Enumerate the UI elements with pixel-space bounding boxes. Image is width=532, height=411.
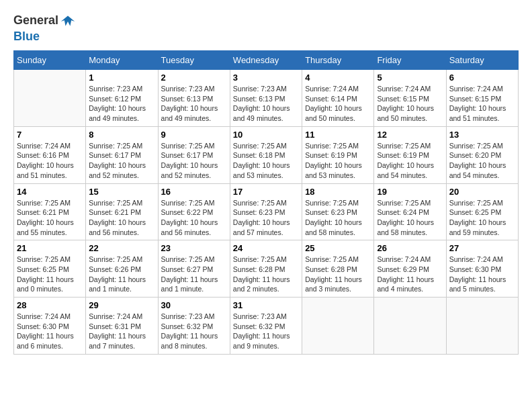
calendar-cell: 21Sunrise: 7:25 AM Sunset: 6:25 PM Dayli… xyxy=(14,240,86,298)
day-number: 15 xyxy=(89,187,154,197)
calendar-cell: 5Sunrise: 7:24 AM Sunset: 6:15 PM Daylig… xyxy=(374,70,446,127)
day-number: 1 xyxy=(89,73,154,83)
day-number: 26 xyxy=(377,243,443,253)
svg-marker-0 xyxy=(61,15,75,26)
calendar-cell: 23Sunrise: 7:25 AM Sunset: 6:27 PM Dayli… xyxy=(158,240,230,298)
calendar-cell: 22Sunrise: 7:25 AM Sunset: 6:26 PM Dayli… xyxy=(86,240,158,298)
calendar-week-row: 28Sunrise: 7:24 AM Sunset: 6:30 PM Dayli… xyxy=(14,298,519,355)
calendar-cell: 18Sunrise: 7:25 AM Sunset: 6:23 PM Dayli… xyxy=(302,183,374,240)
day-number: 22 xyxy=(89,243,154,253)
calendar-cell: 27Sunrise: 7:24 AM Sunset: 6:30 PM Dayli… xyxy=(446,240,518,298)
day-number: 20 xyxy=(449,187,515,197)
day-info: Sunrise: 7:25 AM Sunset: 6:22 PM Dayligh… xyxy=(161,198,227,238)
day-info: Sunrise: 7:24 AM Sunset: 6:31 PM Dayligh… xyxy=(89,312,154,351)
calendar-cell xyxy=(14,70,86,127)
calendar-cell: 2Sunrise: 7:23 AM Sunset: 6:13 PM Daylig… xyxy=(158,70,230,127)
day-info: Sunrise: 7:24 AM Sunset: 6:16 PM Dayligh… xyxy=(17,141,83,181)
day-info: Sunrise: 7:23 AM Sunset: 6:32 PM Dayligh… xyxy=(161,312,227,351)
calendar-cell: 17Sunrise: 7:25 AM Sunset: 6:23 PM Dayli… xyxy=(230,183,302,240)
day-info: Sunrise: 7:25 AM Sunset: 6:26 PM Dayligh… xyxy=(89,255,154,294)
calendar-cell: 8Sunrise: 7:25 AM Sunset: 6:17 PM Daylig… xyxy=(86,126,158,183)
day-number: 30 xyxy=(161,300,227,310)
calendar-cell: 1Sunrise: 7:23 AM Sunset: 6:12 PM Daylig… xyxy=(86,70,158,127)
calendar-cell: 13Sunrise: 7:25 AM Sunset: 6:20 PM Dayli… xyxy=(446,126,518,183)
day-info: Sunrise: 7:25 AM Sunset: 6:21 PM Dayligh… xyxy=(89,198,154,238)
calendar-week-row: 21Sunrise: 7:25 AM Sunset: 6:25 PM Dayli… xyxy=(14,240,519,298)
calendar-week-row: 1Sunrise: 7:23 AM Sunset: 6:12 PM Daylig… xyxy=(14,70,519,127)
calendar-cell: 26Sunrise: 7:24 AM Sunset: 6:29 PM Dayli… xyxy=(374,240,446,298)
day-number: 18 xyxy=(305,187,371,197)
day-info: Sunrise: 7:24 AM Sunset: 6:30 PM Dayligh… xyxy=(17,312,83,351)
day-number: 31 xyxy=(233,300,299,310)
calendar-week-row: 14Sunrise: 7:25 AM Sunset: 6:21 PM Dayli… xyxy=(14,183,519,240)
calendar-week-row: 7Sunrise: 7:24 AM Sunset: 6:16 PM Daylig… xyxy=(14,126,519,183)
day-number: 9 xyxy=(161,130,227,140)
day-number: 2 xyxy=(161,73,227,83)
weekday-header: Saturday xyxy=(446,51,518,70)
day-number: 3 xyxy=(233,73,299,83)
calendar-cell: 3Sunrise: 7:23 AM Sunset: 6:13 PM Daylig… xyxy=(230,70,302,127)
day-number: 14 xyxy=(17,187,83,197)
calendar-cell: 11Sunrise: 7:25 AM Sunset: 6:19 PM Dayli… xyxy=(302,126,374,183)
calendar-cell: 4Sunrise: 7:24 AM Sunset: 6:14 PM Daylig… xyxy=(302,70,374,127)
day-info: Sunrise: 7:25 AM Sunset: 6:20 PM Dayligh… xyxy=(449,141,515,181)
day-info: Sunrise: 7:25 AM Sunset: 6:21 PM Dayligh… xyxy=(17,198,83,238)
weekday-header: Thursday xyxy=(302,51,374,70)
day-number: 11 xyxy=(305,130,371,140)
weekday-header: Sunday xyxy=(14,51,86,70)
day-number: 29 xyxy=(89,300,154,310)
weekday-header: Tuesday xyxy=(158,51,230,70)
logo-bird-icon xyxy=(60,13,76,30)
calendar-cell: 28Sunrise: 7:24 AM Sunset: 6:30 PM Dayli… xyxy=(14,298,86,355)
calendar-table: SundayMondayTuesdayWednesdayThursdayFrid… xyxy=(13,50,519,355)
calendar-cell: 30Sunrise: 7:23 AM Sunset: 6:32 PM Dayli… xyxy=(158,298,230,355)
day-number: 21 xyxy=(17,243,83,253)
day-info: Sunrise: 7:24 AM Sunset: 6:30 PM Dayligh… xyxy=(449,255,515,294)
day-info: Sunrise: 7:24 AM Sunset: 6:15 PM Dayligh… xyxy=(377,84,443,124)
day-info: Sunrise: 7:25 AM Sunset: 6:19 PM Dayligh… xyxy=(305,141,371,181)
logo-text: General Blue xyxy=(13,13,77,44)
weekday-header: Wednesday xyxy=(230,51,302,70)
weekday-header: Monday xyxy=(86,51,158,70)
day-info: Sunrise: 7:25 AM Sunset: 6:18 PM Dayligh… xyxy=(233,141,299,181)
calendar-cell xyxy=(374,298,446,355)
calendar-cell: 31Sunrise: 7:23 AM Sunset: 6:32 PM Dayli… xyxy=(230,298,302,355)
calendar-cell: 19Sunrise: 7:25 AM Sunset: 6:24 PM Dayli… xyxy=(374,183,446,240)
calendar-cell: 14Sunrise: 7:25 AM Sunset: 6:21 PM Dayli… xyxy=(14,183,86,240)
day-number: 7 xyxy=(17,130,83,140)
day-info: Sunrise: 7:24 AM Sunset: 6:15 PM Dayligh… xyxy=(449,84,515,124)
day-info: Sunrise: 7:23 AM Sunset: 6:13 PM Dayligh… xyxy=(161,84,227,124)
day-number: 24 xyxy=(233,243,299,253)
day-info: Sunrise: 7:23 AM Sunset: 6:12 PM Dayligh… xyxy=(89,84,154,124)
calendar-cell: 25Sunrise: 7:25 AM Sunset: 6:28 PM Dayli… xyxy=(302,240,374,298)
logo: General Blue xyxy=(13,13,77,44)
day-number: 19 xyxy=(377,187,443,197)
day-info: Sunrise: 7:25 AM Sunset: 6:24 PM Dayligh… xyxy=(377,198,443,238)
calendar-cell: 12Sunrise: 7:25 AM Sunset: 6:19 PM Dayli… xyxy=(374,126,446,183)
day-info: Sunrise: 7:25 AM Sunset: 6:23 PM Dayligh… xyxy=(233,198,299,238)
day-info: Sunrise: 7:25 AM Sunset: 6:23 PM Dayligh… xyxy=(305,198,371,238)
day-info: Sunrise: 7:25 AM Sunset: 6:25 PM Dayligh… xyxy=(17,255,83,294)
calendar-cell: 6Sunrise: 7:24 AM Sunset: 6:15 PM Daylig… xyxy=(446,70,518,127)
day-info: Sunrise: 7:24 AM Sunset: 6:14 PM Dayligh… xyxy=(305,84,371,124)
day-info: Sunrise: 7:25 AM Sunset: 6:25 PM Dayligh… xyxy=(449,198,515,238)
day-number: 8 xyxy=(89,130,154,140)
day-info: Sunrise: 7:25 AM Sunset: 6:28 PM Dayligh… xyxy=(233,255,299,294)
day-number: 6 xyxy=(449,73,515,83)
day-number: 27 xyxy=(449,243,515,253)
day-number: 13 xyxy=(449,130,515,140)
logo-general: General xyxy=(13,13,58,27)
calendar-cell: 9Sunrise: 7:25 AM Sunset: 6:17 PM Daylig… xyxy=(158,126,230,183)
day-number: 16 xyxy=(161,187,227,197)
day-number: 23 xyxy=(161,243,227,253)
day-number: 28 xyxy=(17,300,83,310)
day-number: 25 xyxy=(305,243,371,253)
day-number: 5 xyxy=(377,73,443,83)
calendar-cell: 7Sunrise: 7:24 AM Sunset: 6:16 PM Daylig… xyxy=(14,126,86,183)
day-info: Sunrise: 7:25 AM Sunset: 6:19 PM Dayligh… xyxy=(377,141,443,181)
calendar-cell xyxy=(446,298,518,355)
calendar-cell: 15Sunrise: 7:25 AM Sunset: 6:21 PM Dayli… xyxy=(86,183,158,240)
day-info: Sunrise: 7:25 AM Sunset: 6:17 PM Dayligh… xyxy=(161,141,227,181)
calendar-cell: 16Sunrise: 7:25 AM Sunset: 6:22 PM Dayli… xyxy=(158,183,230,240)
day-info: Sunrise: 7:25 AM Sunset: 6:27 PM Dayligh… xyxy=(161,255,227,294)
